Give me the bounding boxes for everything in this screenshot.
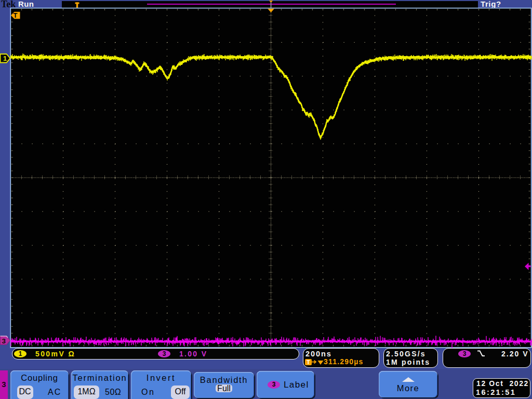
svg-text:1: 1	[3, 55, 7, 62]
svg-text:T: T	[14, 11, 18, 19]
svg-text:3: 3	[2, 337, 6, 345]
